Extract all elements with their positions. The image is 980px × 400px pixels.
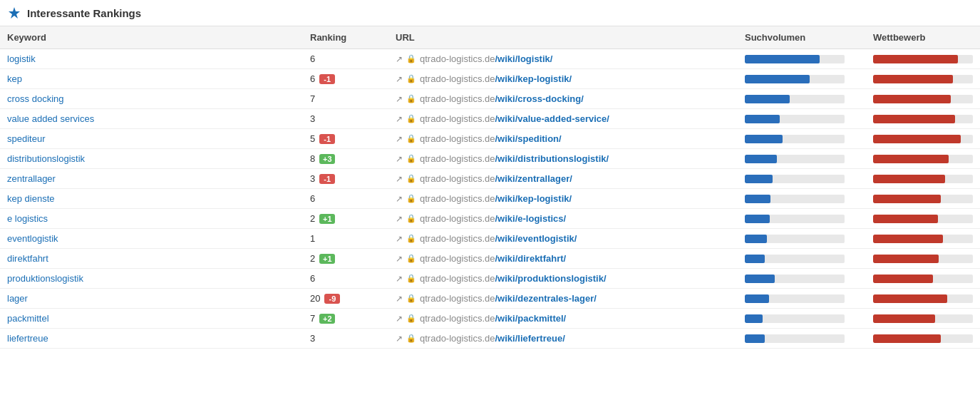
lock-icon: 🔒 <box>406 74 416 83</box>
suchvolumen-cell <box>738 49 866 69</box>
url-text: qtrado-logistics.de/wiki/produktionslogi… <box>420 273 607 284</box>
ranking-badge: -1 <box>319 174 335 184</box>
page-title: Interessante Rankings <box>27 7 141 19</box>
keyword-cell[interactable]: e logistics <box>0 209 303 229</box>
table-row: produktionslogistik6↗🔒qtrado-logistics.d… <box>0 269 980 289</box>
wettbewerb-cell <box>866 49 980 69</box>
url-cell[interactable]: ↗🔒qtrado-logistics.de/wiki/spedition/ <box>388 129 738 149</box>
url-cell[interactable]: ↗🔒qtrado-logistics.de/wiki/eventlogistik… <box>388 229 738 249</box>
ranking-badge: -9 <box>324 294 340 304</box>
url-text: qtrado-logistics.de/wiki/e-logistics/ <box>420 213 566 224</box>
ranking-cell: 3 <box>303 109 388 129</box>
url-text: qtrado-logistics.de/wiki/value-added-ser… <box>420 113 609 124</box>
url-text: qtrado-logistics.de/wiki/eventlogistik/ <box>420 233 577 244</box>
table-row: e logistics2+1↗🔒qtrado-logistics.de/wiki… <box>0 209 980 229</box>
url-cell[interactable]: ↗🔒qtrado-logistics.de/wiki/liefertreue/ <box>388 329 738 349</box>
keyword-cell[interactable]: kep <box>0 69 303 89</box>
url-text: qtrado-logistics.de/wiki/spedition/ <box>420 133 562 144</box>
suchvolumen-cell <box>738 329 866 349</box>
wettbewerb-cell <box>866 89 980 109</box>
external-link-icon: ↗ <box>396 54 403 64</box>
ranking-cell: 6-1 <box>303 69 388 89</box>
wettbewerb-cell <box>866 329 980 349</box>
ranking-badge: -1 <box>319 134 335 144</box>
lock-icon: 🔒 <box>406 214 416 223</box>
svg-marker-0 <box>9 7 20 19</box>
keyword-cell[interactable]: lager <box>0 289 303 309</box>
keyword-cell[interactable]: cross docking <box>0 89 303 109</box>
rankings-table: Keyword Ranking URL Suchvolumen Wettbewe… <box>0 26 980 349</box>
table-header-row: Keyword Ranking URL Suchvolumen Wettbewe… <box>0 26 980 49</box>
url-cell[interactable]: ↗🔒qtrado-logistics.de/wiki/cross-docking… <box>388 89 738 109</box>
external-link-icon: ↗ <box>396 314 403 324</box>
url-cell[interactable]: ↗🔒qtrado-logistics.de/wiki/dezentrales-l… <box>388 289 738 309</box>
url-cell[interactable]: ↗🔒qtrado-logistics.de/wiki/logistik/ <box>388 49 738 69</box>
wettbewerb-cell <box>866 189 980 209</box>
keyword-cell[interactable]: kep dienste <box>0 189 303 209</box>
col-keyword: Keyword <box>0 26 303 49</box>
lock-icon: 🔒 <box>406 234 416 243</box>
ranking-cell: 6 <box>303 49 388 69</box>
external-link-icon: ↗ <box>396 234 403 244</box>
ranking-badge: +3 <box>319 154 335 164</box>
ranking-cell: 20-9 <box>303 289 388 309</box>
table-row: logistik6↗🔒qtrado-logistics.de/wiki/logi… <box>0 49 980 69</box>
external-link-icon: ↗ <box>396 74 403 84</box>
url-cell[interactable]: ↗🔒qtrado-logistics.de/wiki/direktfahrt/ <box>388 249 738 269</box>
ranking-cell: 5-1 <box>303 129 388 149</box>
table-row: cross docking7↗🔒qtrado-logistics.de/wiki… <box>0 89 980 109</box>
ranking-cell: 1 <box>303 229 388 249</box>
ranking-badge: -1 <box>319 74 335 84</box>
url-cell[interactable]: ↗🔒qtrado-logistics.de/wiki/kep-logistik/ <box>388 189 738 209</box>
ranking-badge: +1 <box>319 214 335 224</box>
wettbewerb-cell <box>866 249 980 269</box>
col-suchvolumen: Suchvolumen <box>738 26 866 49</box>
keyword-cell[interactable]: direktfahrt <box>0 249 303 269</box>
ranking-badge: +1 <box>319 254 335 264</box>
wettbewerb-cell <box>866 209 980 229</box>
wettbewerb-cell <box>866 309 980 329</box>
url-cell[interactable]: ↗🔒qtrado-logistics.de/wiki/e-logistics/ <box>388 209 738 229</box>
url-cell[interactable]: ↗🔒qtrado-logistics.de/wiki/produktionslo… <box>388 269 738 289</box>
keyword-cell[interactable]: value added services <box>0 109 303 129</box>
keyword-cell[interactable]: produktionslogistik <box>0 269 303 289</box>
url-text: qtrado-logistics.de/wiki/liefertreue/ <box>420 333 565 344</box>
keyword-cell[interactable]: logistik <box>0 49 303 69</box>
table-row: kep6-1↗🔒qtrado-logistics.de/wiki/kep-log… <box>0 69 980 89</box>
table-row: kep dienste6↗🔒qtrado-logistics.de/wiki/k… <box>0 189 980 209</box>
url-text: qtrado-logistics.de/wiki/dezentrales-lag… <box>420 293 597 304</box>
suchvolumen-cell <box>738 289 866 309</box>
suchvolumen-cell <box>738 129 866 149</box>
external-link-icon: ↗ <box>396 134 403 144</box>
ranking-badge: +2 <box>319 314 335 324</box>
table-row: value added services3↗🔒qtrado-logistics.… <box>0 109 980 129</box>
ranking-cell: 7 <box>303 89 388 109</box>
ranking-cell: 8+3 <box>303 149 388 169</box>
col-url: URL <box>388 26 738 49</box>
keyword-cell[interactable]: spediteur <box>0 129 303 149</box>
wettbewerb-cell <box>866 149 980 169</box>
suchvolumen-cell <box>738 149 866 169</box>
url-cell[interactable]: ↗🔒qtrado-logistics.de/wiki/distributions… <box>388 149 738 169</box>
keyword-cell[interactable]: distributionslogistik <box>0 149 303 169</box>
lock-icon: 🔒 <box>406 134 416 143</box>
suchvolumen-cell <box>738 169 866 189</box>
url-cell[interactable]: ↗🔒qtrado-logistics.de/wiki/value-added-s… <box>388 109 738 129</box>
external-link-icon: ↗ <box>396 334 403 344</box>
url-cell[interactable]: ↗🔒qtrado-logistics.de/wiki/zentrallager/ <box>388 169 738 189</box>
suchvolumen-cell <box>738 269 866 289</box>
url-cell[interactable]: ↗🔒qtrado-logistics.de/wiki/packmittel/ <box>388 309 738 329</box>
keyword-cell[interactable]: packmittel <box>0 309 303 329</box>
lock-icon: 🔒 <box>406 194 416 203</box>
url-cell[interactable]: ↗🔒qtrado-logistics.de/wiki/kep-logistik/ <box>388 69 738 89</box>
keyword-cell[interactable]: liefertreue <box>0 329 303 349</box>
keyword-cell[interactable]: eventlogistik <box>0 229 303 249</box>
wettbewerb-cell <box>866 289 980 309</box>
ranking-cell: 6 <box>303 269 388 289</box>
table-row: zentrallager3-1↗🔒qtrado-logistics.de/wik… <box>0 169 980 189</box>
wettbewerb-cell <box>866 229 980 249</box>
url-text: qtrado-logistics.de/wiki/distributionslo… <box>420 153 609 164</box>
suchvolumen-cell <box>738 89 866 109</box>
keyword-cell[interactable]: zentrallager <box>0 169 303 189</box>
ranking-cell: 7+2 <box>303 309 388 329</box>
